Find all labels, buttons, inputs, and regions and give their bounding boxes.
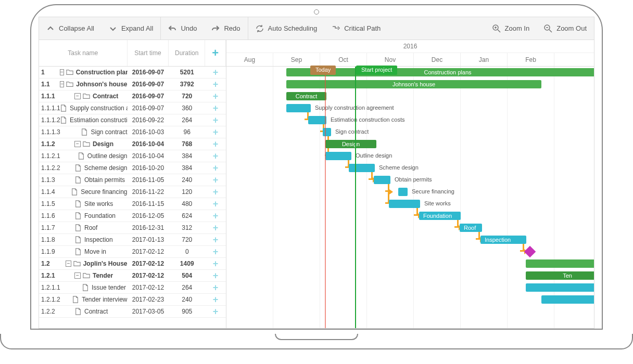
grid-row[interactable]: 1.2.1.2Tender interview2017-02-23240+ — [39, 294, 226, 306]
add-task-button[interactable]: + — [205, 79, 226, 90]
start-cell: 2016-10-03 — [128, 128, 169, 136]
zoom-out-button[interactable]: Zoom Out — [537, 17, 594, 40]
grid-row[interactable]: 1.1−Johnson's house2016-09-073792+ — [39, 79, 226, 90]
summary-bar[interactable] — [526, 259, 594, 268]
collapse-toggle[interactable]: − — [74, 141, 81, 147]
duration-cell: 1409 — [169, 260, 205, 267]
grid-row[interactable]: 1.1.1.2Estimation construction costs2016… — [39, 114, 226, 126]
task-name-cell: Construction plans — [76, 69, 128, 76]
grid-row[interactable]: 1.1.2−Design2016-10-04768+ — [39, 138, 226, 150]
task-bar[interactable] — [398, 188, 408, 196]
duration-cell: 480 — [169, 200, 205, 207]
task-bar[interactable]: Roof — [460, 224, 482, 232]
grid-row[interactable]: 1.1.6Foundation2016-12-05624+ — [39, 210, 226, 222]
task-bar[interactable] — [286, 104, 311, 112]
task-bar[interactable] — [389, 200, 420, 208]
collapse-toggle[interactable]: − — [74, 93, 81, 99]
add-task-button[interactable]: + — [205, 67, 226, 78]
task-bar[interactable] — [325, 152, 351, 160]
wbs-cell: 1.1 — [39, 81, 60, 88]
add-column-button[interactable]: + — [205, 40, 226, 66]
task-bar[interactable] — [308, 116, 326, 124]
task-name-cell: Roof — [84, 224, 97, 231]
grid-row[interactable]: 1.2.1.1Issue tender2017-02-12264+ — [39, 282, 226, 294]
task-bar[interactable] — [526, 283, 594, 292]
grid-row[interactable]: 1.1.1.1Supply construction agreement2016… — [39, 102, 226, 114]
summary-bar[interactable]: Ten — [526, 271, 594, 280]
col-duration[interactable]: Duration — [169, 40, 205, 66]
add-task-button[interactable]: + — [205, 139, 226, 150]
start-cell: 2017-02-12 — [128, 284, 169, 291]
col-start-time[interactable]: Start time — [128, 40, 169, 66]
gantt-chart[interactable]: TodayStart projectConstruction plansJohn… — [226, 67, 594, 328]
redo-button[interactable]: Redo — [204, 17, 247, 40]
add-task-button[interactable]: + — [205, 282, 226, 293]
add-task-button[interactable]: + — [205, 175, 226, 186]
grid-row[interactable]: 1.1.1.3Sign contract2016-10-0396+ — [39, 126, 226, 138]
task-bar[interactable] — [349, 164, 375, 172]
add-task-button[interactable]: + — [205, 103, 226, 114]
grid-row[interactable]: 1.1.3Obtain permits2016-11-05240+ — [39, 174, 226, 186]
add-task-button[interactable]: + — [205, 235, 226, 245]
add-task-button[interactable]: + — [205, 151, 226, 162]
add-task-button[interactable]: + — [205, 199, 226, 210]
auto-scheduling-button[interactable]: Auto Scheduling — [248, 17, 325, 40]
grid-row[interactable]: 1.1.5Site works2016-11-15480+ — [39, 198, 226, 210]
add-task-button[interactable]: + — [205, 246, 226, 257]
grid-row[interactable]: 1.1.2.2Scheme design2016-10-20384+ — [39, 162, 226, 174]
collapse-toggle[interactable]: − — [60, 81, 64, 87]
folder-icon — [83, 140, 90, 148]
milestone[interactable] — [524, 246, 536, 258]
grid-row[interactable]: 1.1.2.1Outline design2016-10-04384+ — [39, 150, 226, 162]
file-icon — [81, 128, 88, 136]
add-task-button[interactable]: + — [205, 115, 226, 126]
add-task-button[interactable]: + — [205, 127, 226, 138]
add-task-button[interactable]: + — [205, 163, 226, 174]
summary-bar[interactable]: Design — [325, 140, 376, 148]
file-icon — [74, 164, 82, 172]
start-project-marker: Start project — [356, 66, 397, 75]
wbs-cell: 1.1.5 — [39, 200, 60, 207]
add-task-button[interactable]: + — [205, 91, 226, 102]
duration-cell: 504 — [169, 272, 205, 279]
task-bar[interactable] — [323, 128, 331, 136]
grid-row[interactable]: 1.1.8Inspection2017-01-13720+ — [39, 234, 226, 246]
grid-row[interactable]: 1.1.1−Contract2016-09-07720+ — [39, 90, 226, 102]
add-task-button[interactable]: + — [205, 258, 226, 269]
add-task-button[interactable]: + — [205, 306, 226, 317]
collapse-toggle[interactable]: − — [74, 272, 81, 279]
redo-icon — [211, 24, 220, 33]
add-task-button[interactable]: + — [205, 294, 226, 305]
collapse-all-button[interactable]: Collapse All — [39, 17, 102, 40]
task-bar[interactable] — [541, 295, 594, 304]
undo-button[interactable]: Undo — [161, 17, 204, 40]
grid-row[interactable]: 1.1.4Secure financing2016-11-22120+ — [39, 186, 226, 198]
grid-row[interactable]: 1−Construction plans2016-09-075201+ — [39, 67, 226, 79]
collapse-toggle[interactable]: − — [60, 69, 64, 75]
task-bar[interactable]: Inspection — [480, 236, 526, 244]
critical-path-button[interactable]: Critical Path — [324, 17, 388, 40]
summary-bar[interactable]: Contract — [286, 92, 326, 100]
add-task-button[interactable]: + — [205, 187, 226, 198]
add-task-button[interactable]: + — [205, 223, 226, 233]
grid-row[interactable]: 1.2.2Contract2017-03-05905+ — [39, 306, 226, 318]
task-bar[interactable] — [374, 176, 390, 184]
grid-row[interactable]: 1.1.7Roof2016-12-31312+ — [39, 222, 226, 234]
duration-cell: 3792 — [169, 81, 205, 88]
duration-cell: 5201 — [169, 69, 205, 76]
task-bar[interactable]: Foundation — [419, 212, 461, 220]
start-cell: 2016-12-05 — [128, 212, 169, 219]
grid-panel: Task name Start time Duration + 1−Constr… — [39, 40, 226, 328]
file-icon — [74, 224, 82, 231]
col-task-name[interactable]: Task name — [39, 40, 128, 66]
task-name-cell: Inspection — [84, 236, 113, 243]
collapse-toggle[interactable]: − — [66, 261, 71, 267]
expand-all-button[interactable]: Expand All — [102, 17, 160, 40]
grid-row[interactable]: 1.2.1−Tender2017-02-12504+ — [39, 270, 226, 282]
grid-row[interactable]: 1.2−Joplin's House2017-02-121409+ — [39, 258, 226, 270]
grid-row[interactable]: 1.1.9Move in2017-02-120+ — [39, 246, 226, 258]
add-task-button[interactable]: + — [205, 211, 226, 222]
wbs-cell: 1.1.9 — [39, 248, 60, 255]
zoom-in-button[interactable]: Zoom In — [485, 17, 537, 40]
add-task-button[interactable]: + — [205, 270, 226, 281]
